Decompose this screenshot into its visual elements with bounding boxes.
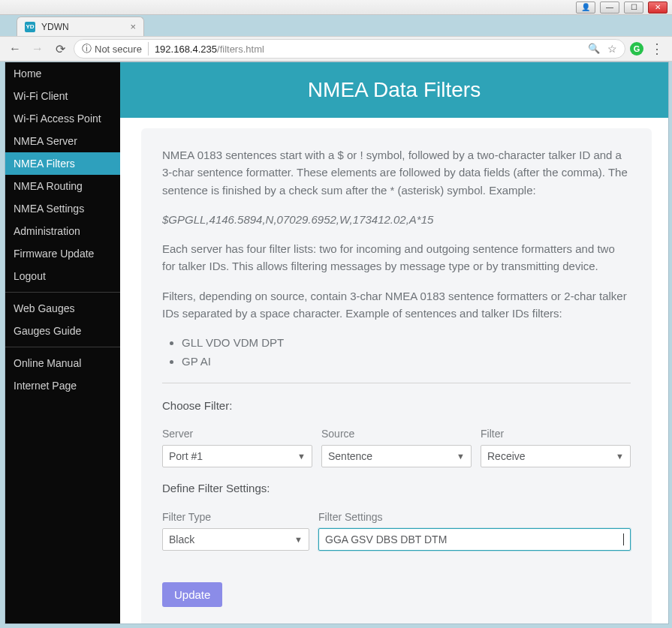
server-label: Server <box>162 426 312 443</box>
sidebar-item-gauges-guide[interactable]: Gauges Guide <box>5 320 120 342</box>
sidebar-item-wi-fi-client[interactable]: Wi-Fi Client <box>5 85 120 107</box>
choose-filter-row: Server Port #1 ▼ Source Sentence ▼ Filte… <box>162 426 631 468</box>
sidebar-item-internet-page[interactable]: Internet Page <box>5 374 120 397</box>
favicon-icon: YD <box>25 22 35 32</box>
sidebar-item-nmea-routing[interactable]: NMEA Routing <box>5 175 120 197</box>
filter-label: Filter <box>481 426 631 443</box>
address-bar[interactable]: ⓘ Not secure 192.168.4.235/filters.html … <box>74 39 625 59</box>
define-settings-row: Filter Type Black ▼ Filter Settings GGA … <box>162 509 631 551</box>
security-status: ⓘ Not secure <box>82 42 149 56</box>
page-title: NMEA Data Filters <box>120 62 668 118</box>
chevron-down-icon: ▼ <box>457 450 465 463</box>
server-value: Port #1 <box>169 449 203 465</box>
content: NMEA Data Filters NMEA 0183 sentences st… <box>120 62 668 623</box>
source-select[interactable]: Sentence ▼ <box>321 445 472 467</box>
sidebar: HomeWi-Fi ClientWi-Fi Access PointNMEA S… <box>5 62 120 623</box>
filter-type-select[interactable]: Black ▼ <box>162 528 309 551</box>
url-path: /filters.html <box>217 44 264 55</box>
user-icon[interactable]: 👤 <box>576 2 595 14</box>
filter-type-value: Black <box>169 532 194 548</box>
define-settings-label: Define Filter Settings: <box>162 479 631 497</box>
chevron-down-icon: ▼ <box>297 450 306 463</box>
sidebar-item-online-manual[interactable]: Online Manual <box>5 352 120 374</box>
filter-settings-input[interactable]: GGA GSV DBS DBT DTM <box>318 528 631 551</box>
sidebar-item-firmware-update[interactable]: Firmware Update <box>5 242 120 265</box>
chevron-down-icon: ▼ <box>294 533 303 546</box>
sidebar-item-wi-fi-access-point[interactable]: Wi-Fi Access Point <box>5 107 120 130</box>
sidebar-item-nmea-filters[interactable]: NMEA Filters <box>5 152 120 175</box>
sidebar-divider <box>5 292 120 293</box>
tab-close-icon[interactable]: × <box>130 21 136 32</box>
window-titlebar: 👤 — ☐ ✕ <box>0 0 672 15</box>
filter-settings-value: GGA GSV DBS DBT DTM <box>325 532 447 548</box>
browser-toolbar: ← → ⟳ ⓘ Not secure 192.168.4.235/filters… <box>0 36 672 62</box>
sidebar-item-web-gauges[interactable]: Web Gauges <box>5 297 120 320</box>
divider <box>162 383 631 383</box>
sidebar-item-logout[interactable]: Logout <box>5 265 120 287</box>
sidebar-item-nmea-settings[interactable]: NMEA Settings <box>5 197 120 220</box>
filter-value: Receive <box>487 449 526 465</box>
sidebar-divider <box>5 347 120 347</box>
nmea-example: $GPGLL,4146.5894,N,07029.6952,W,173412.0… <box>162 211 631 228</box>
examples-list: GLL VDO VDM DPTGP AI <box>182 334 631 371</box>
sidebar-item-nmea-server[interactable]: NMEA Server <box>5 130 120 152</box>
search-in-page-icon[interactable]: 🔍 <box>588 43 600 55</box>
choose-filter-label: Choose Filter: <box>162 397 631 414</box>
source-label: Source <box>321 426 472 443</box>
bookmark-star-icon[interactable]: ☆ <box>607 43 617 55</box>
update-button[interactable]: Update <box>162 582 222 607</box>
tab-title: YDWN <box>41 22 69 32</box>
minimize-button[interactable]: — <box>600 2 619 14</box>
intro-paragraph-2: Each server has four filter lists: two f… <box>162 240 631 275</box>
sidebar-item-home[interactable]: Home <box>5 62 120 85</box>
close-button[interactable]: ✕ <box>648 2 667 14</box>
page-viewport: HomeWi-Fi ClientWi-Fi Access PointNMEA S… <box>5 62 669 624</box>
browser-tab[interactable]: YD YDWN × <box>17 17 144 36</box>
security-label: Not secure <box>95 44 142 55</box>
intro-paragraph-1: NMEA 0183 sentences start with a $ or ! … <box>162 146 631 199</box>
browser-menu-icon[interactable]: ⋮ <box>648 41 666 57</box>
example-item: GP AI <box>182 353 631 370</box>
back-button[interactable]: ← <box>6 40 24 58</box>
sidebar-item-administration[interactable]: Administration <box>5 220 120 242</box>
chevron-down-icon: ▼ <box>616 450 624 463</box>
browser-tabstrip: YD YDWN × <box>0 15 672 36</box>
source-value: Sentence <box>328 449 372 465</box>
extension-icon[interactable]: G <box>630 42 643 56</box>
intro-paragraph-3: Filters, depending on source, contain 3-… <box>162 287 631 323</box>
maximize-button[interactable]: ☐ <box>624 2 643 14</box>
filters-card: NMEA 0183 sentences start with a $ or ! … <box>141 128 652 623</box>
forward-button: → <box>29 40 47 58</box>
url-host: 192.168.4.235 <box>155 44 217 55</box>
info-icon: ⓘ <box>82 42 92 56</box>
reload-button[interactable]: ⟳ <box>51 40 69 58</box>
filter-settings-label: Filter Settings <box>318 509 631 526</box>
filter-type-label: Filter Type <box>162 509 309 526</box>
example-item: GLL VDO VDM DPT <box>182 334 631 351</box>
filter-select[interactable]: Receive ▼ <box>481 445 631 467</box>
server-select[interactable]: Port #1 ▼ <box>162 445 312 467</box>
